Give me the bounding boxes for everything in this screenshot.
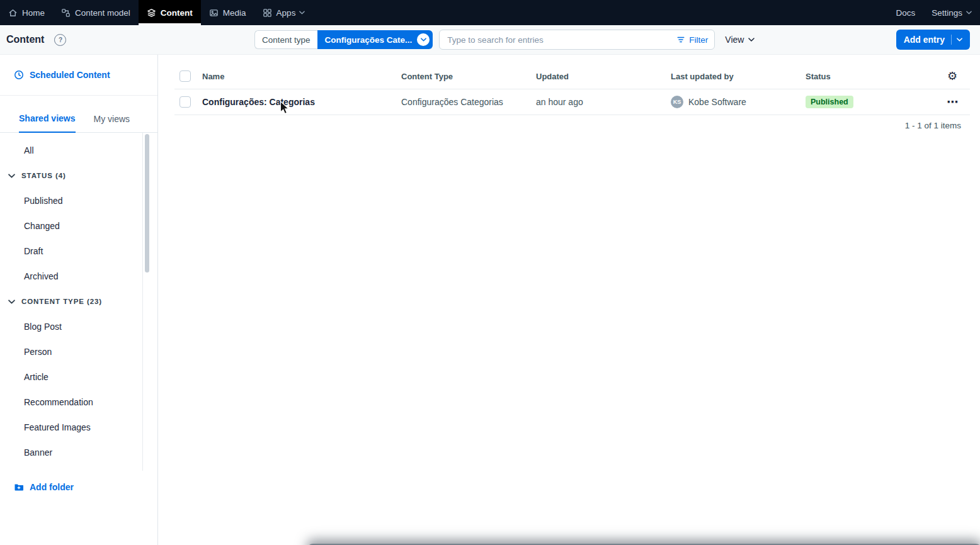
nav-content-label: Content: [161, 8, 193, 18]
page-title-wrap: Content ?: [6, 25, 66, 54]
home-icon: [8, 8, 18, 18]
filter-icon: [676, 35, 685, 44]
header-actions-cell: ⚙: [935, 70, 970, 82]
top-nav: Home Content model Content Media: [0, 0, 980, 25]
view-item-featured-images[interactable]: Featured Images: [0, 415, 142, 440]
entry-updated: an hour ago: [536, 97, 671, 107]
header-checkbox-cell: [174, 70, 202, 82]
column-header-status[interactable]: Status: [806, 72, 935, 81]
help-icon[interactable]: ?: [54, 34, 66, 46]
sidebar-scrollbar[interactable]: [145, 134, 149, 272]
views-tabs: Shared views My views: [0, 96, 157, 133]
select-all-checkbox[interactable]: [179, 70, 191, 82]
more-actions-icon[interactable]: ⋯: [947, 96, 958, 108]
views-list: All Status (4) Published Changed Draft A…: [0, 133, 143, 471]
row-checkbox-cell: [174, 96, 202, 108]
content-type-filter-label: Content type: [254, 30, 317, 49]
view-item-archived[interactable]: Archived: [0, 264, 142, 289]
nav-settings-label: Settings: [932, 8, 962, 18]
content-model-icon: [61, 8, 71, 18]
add-folder-button[interactable]: Add folder: [0, 471, 157, 492]
view-dropdown-label: View: [725, 35, 744, 45]
content-type-filter[interactable]: Content type Configurações Cate...: [254, 30, 433, 49]
page-header: Content ? Content type Configurações Cat…: [0, 25, 980, 55]
search-input[interactable]: [446, 35, 676, 45]
tab-shared-views[interactable]: Shared views: [19, 113, 76, 133]
scheduled-content-link[interactable]: Scheduled Content: [0, 55, 157, 96]
entry-user-name: Kobe Software: [688, 97, 746, 107]
section-content-type-title: Content Type (23): [21, 298, 102, 305]
view-item-published[interactable]: Published: [0, 188, 142, 213]
nav-apps-label: Apps: [276, 8, 296, 18]
scheduled-content-label: Scheduled Content: [30, 70, 110, 80]
entry-last-updated-by: KS Kobe Software: [671, 96, 806, 108]
media-icon: [209, 8, 219, 18]
add-entry-label: Add entry: [904, 35, 945, 45]
entry-name: Configurações: Categorias: [202, 97, 401, 107]
nav-home[interactable]: Home: [0, 0, 53, 25]
avatar: KS: [671, 96, 683, 108]
chevron-down-icon[interactable]: [957, 38, 962, 42]
entry-status-cell: Published: [806, 96, 935, 108]
add-entry-button[interactable]: Add entry: [896, 30, 970, 50]
tab-my-views[interactable]: My views: [94, 114, 130, 132]
entries-main: Name Content Type Updated Last updated b…: [158, 55, 980, 545]
nav-content-model-label: Content model: [75, 8, 130, 18]
nav-apps[interactable]: Apps: [254, 0, 314, 25]
section-content-type[interactable]: Content Type (23): [0, 289, 142, 314]
row-actions-cell: ⋯: [935, 96, 970, 108]
view-item-blog-post[interactable]: Blog Post: [0, 314, 142, 339]
clock-icon: [14, 70, 24, 80]
nav-media-label: Media: [223, 8, 246, 18]
view-dropdown[interactable]: View: [725, 35, 755, 45]
view-item-draft[interactable]: Draft: [0, 239, 142, 264]
filter-label: Filter: [689, 35, 708, 45]
section-status[interactable]: Status (4): [0, 163, 142, 188]
table-row[interactable]: Configurações: Categorias Configurações …: [174, 89, 970, 115]
view-item-recommendation[interactable]: Recommendation: [0, 390, 142, 415]
column-header-name[interactable]: Name: [202, 72, 401, 81]
chevron-down-icon: [8, 300, 15, 304]
nav-docs-label: Docs: [896, 8, 915, 18]
row-checkbox[interactable]: [179, 96, 191, 108]
top-nav-left: Home Content model Content Media: [0, 0, 313, 25]
column-header-updated[interactable]: Updated: [536, 72, 671, 81]
nav-settings[interactable]: Settings: [923, 0, 980, 25]
content-type-selected: Configurações Cate...: [325, 35, 413, 45]
entry-content-type: Configurações Categorias: [401, 97, 536, 107]
content-icon: [147, 8, 156, 18]
app-root: Home Content model Content Media: [0, 0, 980, 545]
nav-content-model[interactable]: Content model: [53, 0, 139, 25]
add-folder-label: Add folder: [30, 482, 74, 492]
filter-button[interactable]: Filter: [676, 35, 708, 45]
nav-docs[interactable]: Docs: [887, 0, 923, 25]
table-header-row: Name Content Type Updated Last updated b…: [174, 64, 970, 89]
view-item-banner[interactable]: Banner: [0, 440, 142, 465]
status-badge: Published: [806, 96, 853, 108]
chevron-down-icon: [417, 33, 430, 46]
view-item-changed[interactable]: Changed: [0, 213, 142, 239]
content-type-filter-value[interactable]: Configurações Cate...: [317, 30, 433, 49]
nav-home-label: Home: [22, 8, 45, 18]
view-item-person[interactable]: Person: [0, 339, 142, 364]
page-body: Scheduled Content Shared views My views …: [0, 55, 980, 545]
entry-search: Filter: [439, 30, 715, 50]
chevron-down-icon: [748, 38, 755, 42]
page-title: Content: [6, 34, 44, 45]
view-item-article[interactable]: Article: [0, 364, 142, 390]
entries-table: Name Content Type Updated Last updated b…: [174, 64, 970, 115]
nav-media[interactable]: Media: [201, 0, 254, 25]
top-nav-right: Docs Settings: [887, 0, 980, 25]
views-sidebar: Scheduled Content Shared views My views …: [0, 55, 158, 545]
view-item-all[interactable]: All: [0, 138, 142, 163]
header-controls: Content type Configurações Cate... Filte…: [254, 30, 755, 49]
nav-content[interactable]: Content: [139, 0, 201, 25]
section-status-title: Status (4): [21, 172, 66, 179]
button-divider: [951, 35, 952, 45]
folder-plus-icon: [14, 482, 24, 492]
column-header-last-updated-by[interactable]: Last updated by: [671, 72, 806, 81]
column-header-content-type[interactable]: Content Type: [401, 72, 536, 81]
chevron-down-icon: [299, 11, 305, 14]
chevron-down-icon: [8, 174, 15, 178]
gear-icon[interactable]: ⚙: [947, 70, 957, 82]
